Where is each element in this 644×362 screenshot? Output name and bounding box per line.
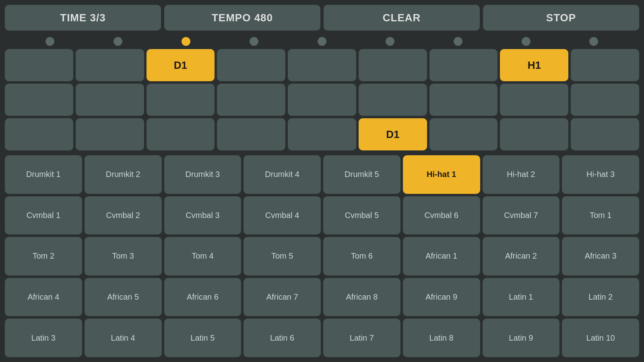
grid-cell-r2c6[interactable] xyxy=(359,84,427,116)
sound-btn-latin2[interactable]: Latin 2 xyxy=(562,278,639,317)
grid-cell-r2c3[interactable] xyxy=(147,84,215,116)
sg-row-3: Tom 2Tom 3Tom 4Tom 5Tom 6African 1Africa… xyxy=(5,237,639,276)
top-btn-time[interactable]: TIME 3/3 xyxy=(5,5,161,31)
sound-btn-tom5[interactable]: Tom 5 xyxy=(244,237,321,276)
top-btn-clear[interactable]: CLEAR xyxy=(324,5,480,31)
sound-btn-latin3[interactable]: Latin 3 xyxy=(5,319,82,357)
grid-cell-r1c5[interactable] xyxy=(288,49,356,81)
sound-btn-drumkit5[interactable]: Drumkit 5 xyxy=(323,155,400,194)
grid-cell-r3c2[interactable] xyxy=(76,118,144,150)
sound-btn-hihat2[interactable]: Hi-hat 2 xyxy=(483,155,560,194)
sound-btn-latin1[interactable]: Latin 1 xyxy=(483,278,560,317)
sound-btn-drumkit2[interactable]: Drumkit 2 xyxy=(85,155,162,194)
grid-cell-r1c7[interactable] xyxy=(429,49,498,81)
sound-btn-african8[interactable]: African 8 xyxy=(323,278,400,317)
sound-btn-cymbal1[interactable]: Cvmbal 1 xyxy=(5,196,82,235)
dots-row xyxy=(0,34,644,49)
sound-btn-african2[interactable]: African 2 xyxy=(483,237,560,276)
grid-cell-r3c5[interactable] xyxy=(288,118,356,150)
sound-grid: Drumkit 1Drumkit 2Drumkit 3Drumkit 4Drum… xyxy=(0,154,644,362)
grid-cell-r2c9[interactable] xyxy=(571,84,639,116)
dot-8 xyxy=(522,37,530,46)
dot-7 xyxy=(454,37,462,46)
grid-cell-r1c3[interactable]: D1 xyxy=(147,49,215,81)
grid-cell-r1c2[interactable] xyxy=(76,49,144,81)
row-2 xyxy=(5,84,639,116)
grid-cell-r3c3[interactable] xyxy=(147,118,215,150)
sound-btn-african9[interactable]: African 9 xyxy=(403,278,480,317)
grid-cell-r1c4[interactable] xyxy=(217,49,285,81)
sg-row-4: African 4African 5African 6African 7Afri… xyxy=(5,278,639,317)
sound-btn-cymbal3[interactable]: Cvmbal 3 xyxy=(164,196,242,235)
grid-cell-r2c4[interactable] xyxy=(217,84,285,116)
sound-btn-tom2[interactable]: Tom 2 xyxy=(5,237,82,276)
sound-btn-cymbal2[interactable]: Cvmbal 2 xyxy=(85,196,162,235)
grid-cell-r3c1[interactable] xyxy=(5,118,73,150)
sound-btn-cymbal6[interactable]: Cvmbal 6 xyxy=(403,196,480,235)
grid-cell-r3c6[interactable]: D1 xyxy=(359,118,427,150)
sound-btn-latin10[interactable]: Latin 10 xyxy=(562,319,639,357)
sg-row-1: Drumkit 1Drumkit 2Drumkit 3Drumkit 4Drum… xyxy=(5,155,639,194)
dot-1 xyxy=(45,37,54,46)
grid-cell-r1c1[interactable] xyxy=(5,49,73,81)
sound-btn-cymbal5[interactable]: Cvmbal 5 xyxy=(323,196,400,235)
grid-cell-r2c8[interactable] xyxy=(500,84,568,116)
grid-cell-r1c8[interactable]: H1 xyxy=(500,49,568,81)
sound-btn-latin5[interactable]: Latin 5 xyxy=(164,319,242,357)
sound-btn-drumkit3[interactable]: Drumkit 3 xyxy=(164,155,242,194)
sound-btn-latin4[interactable]: Latin 4 xyxy=(85,319,162,357)
sound-btn-tom4[interactable]: Tom 4 xyxy=(164,237,242,276)
sound-btn-hihat3[interactable]: Hi-hat 3 xyxy=(562,155,639,194)
dot-9 xyxy=(589,37,598,46)
sound-btn-african3[interactable]: African 3 xyxy=(562,237,639,276)
grid-cell-r2c2[interactable] xyxy=(76,84,144,116)
sound-btn-african1[interactable]: African 1 xyxy=(403,237,480,276)
grid-cell-r3c7[interactable] xyxy=(429,118,498,150)
grid-cell-r2c7[interactable] xyxy=(429,84,498,116)
dot-6 xyxy=(386,37,394,46)
sound-btn-latin8[interactable]: Latin 8 xyxy=(403,319,480,357)
row-1: D1H1 xyxy=(5,49,639,81)
sound-btn-drumkit1[interactable]: Drumkit 1 xyxy=(5,155,82,194)
grid-cell-r3c8[interactable] xyxy=(500,118,568,150)
sound-btn-african7[interactable]: African 7 xyxy=(244,278,321,317)
sound-btn-african6[interactable]: African 6 xyxy=(164,278,242,317)
grid-area: D1H1D1 xyxy=(0,49,644,154)
sound-btn-tom6[interactable]: Tom 6 xyxy=(323,237,400,276)
grid-cell-r2c5[interactable] xyxy=(288,84,356,116)
sound-btn-african5[interactable]: African 5 xyxy=(85,278,162,317)
grid-cell-r3c9[interactable] xyxy=(571,118,639,150)
dot-3 xyxy=(182,37,190,46)
top-bar: TIME 3/3TEMPO 480CLEARSTOP xyxy=(0,0,644,34)
grid-cell-r2c1[interactable] xyxy=(5,84,73,116)
sound-btn-tom1[interactable]: Tom 1 xyxy=(562,196,639,235)
dot-2 xyxy=(114,37,122,46)
sound-btn-cymbal7[interactable]: Cvmbal 7 xyxy=(483,196,560,235)
grid-cell-r1c9[interactable] xyxy=(571,49,639,81)
sg-row-5: Latin 3Latin 4Latin 5Latin 6Latin 7Latin… xyxy=(5,319,639,357)
sound-btn-latin7[interactable]: Latin 7 xyxy=(323,319,400,357)
sound-btn-cymbal4[interactable]: Cvmbal 4 xyxy=(244,196,321,235)
top-btn-stop[interactable]: STOP xyxy=(483,5,639,31)
sg-row-2: Cvmbal 1Cvmbal 2Cvmbal 3Cvmbal 4Cvmbal 5… xyxy=(5,196,639,235)
sound-btn-latin6[interactable]: Latin 6 xyxy=(244,319,321,357)
sound-btn-drumkit4[interactable]: Drumkit 4 xyxy=(244,155,321,194)
sound-btn-tom3[interactable]: Tom 3 xyxy=(85,237,162,276)
sound-btn-latin9[interactable]: Latin 9 xyxy=(483,319,560,357)
grid-cell-r3c4[interactable] xyxy=(217,118,285,150)
grid-cell-r1c6[interactable] xyxy=(359,49,427,81)
dot-5 xyxy=(318,37,326,46)
sound-btn-hihat1[interactable]: Hi-hat 1 xyxy=(403,155,480,194)
dot-4 xyxy=(250,37,258,46)
sound-btn-african4[interactable]: African 4 xyxy=(5,278,82,317)
top-btn-tempo[interactable]: TEMPO 480 xyxy=(164,5,320,31)
row-3: D1 xyxy=(5,118,639,150)
